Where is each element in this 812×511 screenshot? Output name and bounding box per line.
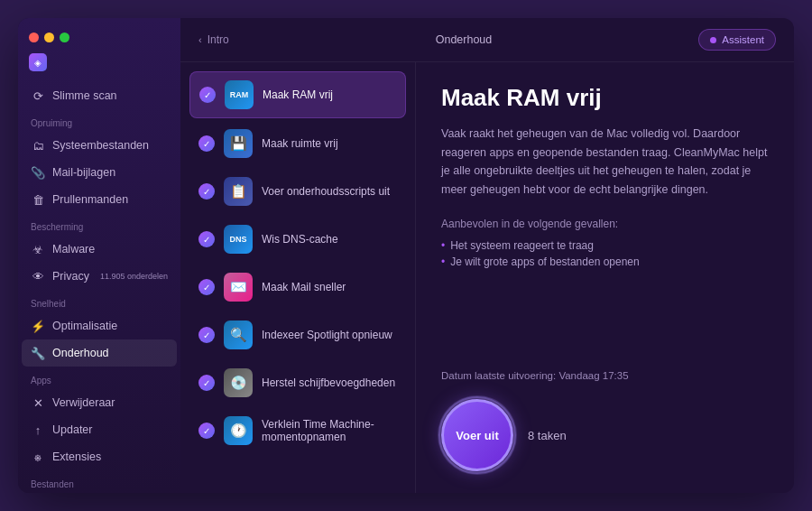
tasks-count-label: 8 taken [528, 429, 567, 442]
sidebar-item-label: Verwijderaar [52, 396, 115, 409]
task-icon-dns: DNS [224, 225, 253, 254]
minimize-btn[interactable] [44, 33, 54, 42]
chevron-left-icon: ‹ [198, 34, 202, 45]
execute-btn-label: Voer uit [456, 429, 498, 442]
task-label: Maak Mail sneller [262, 281, 346, 293]
content-area: ✓ RAM Maak RAM vrij ✓ 💾 Maak ruimte vrij… [180, 62, 794, 493]
systeembestanden-icon: 🗂 [31, 138, 45, 153]
sidebar-item-label: Systeembestanden [52, 139, 149, 152]
app-window: ◈ ⟳ Slimme scan Opruiming 🗂 Systeembesta… [18, 18, 794, 493]
sidebar-section-bestanden: Bestanden [18, 470, 180, 493]
task-check-icon: ✓ [199, 87, 216, 103]
breadcrumb: ‹ Intro [198, 33, 229, 46]
task-icon-script: 📋 [224, 177, 253, 206]
task-item-space[interactable]: ✓ 💾 Maak ruimte vrij [189, 121, 406, 166]
sidebar-item-optimalisatie[interactable]: ⚡ Optimalisatie [18, 312, 180, 339]
detail-description: Vaak raakt het geheugen van de Mac volle… [441, 125, 769, 200]
task-label: Voer onderhoudsscripts uit [262, 185, 390, 198]
sidebar-item-malware[interactable]: ☣ Malware [18, 236, 180, 263]
detail-title: Maak RAM vrij [441, 84, 769, 112]
current-tab-title: Onderhoud [436, 33, 493, 46]
sidebar-item-mail-bijlagen[interactable]: 📎 Mail-bijlagen [18, 159, 180, 186]
task-check-icon: ✓ [198, 279, 215, 295]
sidebar-item-label: Onderhoud [52, 347, 109, 359]
sidebar-item-prullenmanden[interactable]: 🗑 Prullenmanden [18, 186, 180, 213]
privacy-icon: 👁 [31, 269, 45, 283]
sidebar-item-label: Updater [52, 423, 92, 436]
task-item-ram[interactable]: ✓ RAM Maak RAM vrij [189, 71, 406, 118]
sidebar-item-label: Privacy [52, 270, 89, 283]
app-logo: ◈ [18, 53, 180, 82]
assistant-button[interactable]: Assistent [698, 29, 776, 51]
main-area: ‹ Intro Onderhoud Assistent ✓ RAM Maak R… [180, 18, 794, 493]
bottom-bar: Datum laatste uitvoering: Vandaag 17:35 … [441, 370, 769, 471]
task-icon-space: 💾 [224, 129, 253, 158]
task-icon-disk: 💿 [224, 368, 253, 397]
task-icon-ram: RAM [225, 80, 254, 109]
sidebar-item-onderhoud[interactable]: 🔧 Onderhoud [22, 339, 177, 367]
execute-area: Voer uit 8 taken [441, 399, 769, 471]
task-check-icon: ✓ [198, 375, 215, 391]
task-item-mail[interactable]: ✓ ✉️ Maak Mail sneller [189, 265, 406, 310]
bullet-item-2: Je wilt grote apps of bestanden openen [441, 254, 769, 270]
task-item-disk[interactable]: ✓ 💿 Herstel schijfbevoegdheden [189, 360, 406, 405]
extensies-icon: ⎈ [31, 450, 45, 464]
task-item-script[interactable]: ✓ 📋 Voer onderhoudsscripts uit [189, 169, 406, 214]
mail-bijlagen-icon: 📎 [31, 165, 45, 180]
prullenmanden-icon: 🗑 [31, 192, 45, 207]
sidebar-item-privacy[interactable]: 👁 Privacy 11.905 onderdelen [18, 263, 180, 290]
breadcrumb-back[interactable]: Intro [208, 33, 229, 46]
logo-icon: ◈ [29, 53, 47, 71]
task-label: Indexeer Spotlight opnieuw [262, 329, 392, 341]
bullet-text-1: Het systeem reageert te traag [450, 239, 594, 252]
task-item-spotlight[interactable]: ✓ 🔍 Indexeer Spotlight opnieuw [189, 312, 406, 358]
task-check-icon: ✓ [198, 183, 215, 200]
task-item-dns[interactable]: ✓ DNS Wis DNS-cache [189, 217, 406, 262]
bullet-item-1: Het systeem reageert te traag [441, 237, 769, 254]
execute-button[interactable]: Voer uit [441, 399, 513, 471]
fullscreen-btn[interactable] [60, 33, 69, 42]
sidebar-item-label: Optimalisatie [52, 320, 117, 332]
assistant-dot-icon [710, 37, 716, 43]
sidebar-section-apps: Apps [18, 367, 180, 389]
task-label: Maak RAM vrij [263, 88, 333, 101]
assistant-label: Assistent [722, 34, 764, 45]
privacy-badge: 11.905 onderdelen [100, 272, 168, 281]
sidebar-item-updater[interactable]: ↑ Updater [18, 416, 180, 443]
task-label: Wis DNS-cache [262, 233, 338, 246]
sidebar-section-snelheid: Snelheid [18, 290, 180, 312]
close-btn[interactable] [29, 33, 39, 42]
sidebar-section-bescherming: Bescherming [18, 213, 180, 236]
sidebar-section-opruiming: Opruiming [18, 109, 180, 132]
task-check-icon: ✓ [198, 231, 215, 247]
sidebar-item-label: Slimme scan [52, 89, 117, 102]
detail-panel: Maak RAM vrij Vaak raakt het geheugen va… [415, 62, 794, 493]
detail-recommended-label: Aanbevolen in de volgende gevallen: [441, 218, 769, 230]
task-check-icon: ✓ [198, 327, 215, 343]
sidebar-item-label: Malware [52, 243, 95, 256]
sidebar-item-systeembestanden[interactable]: 🗂 Systeembestanden [18, 132, 180, 159]
sidebar: ◈ ⟳ Slimme scan Opruiming 🗂 Systeembesta… [18, 18, 180, 493]
task-icon-spotlight: 🔍 [224, 321, 253, 349]
verwijderaar-icon: ✕ [31, 395, 45, 410]
updater-icon: ↑ [31, 423, 45, 437]
sidebar-item-label: Extensies [52, 451, 101, 463]
sidebar-item-verwijderaar[interactable]: ✕ Verwijderaar [18, 389, 180, 416]
task-icon-mail: ✉️ [224, 273, 253, 302]
bullet-text-2: Je wilt grote apps of bestanden openen [450, 256, 639, 268]
task-item-timemachine[interactable]: ✓ 🕐 Verklein Time Machine-momentopnamen [189, 408, 406, 453]
window-controls [18, 29, 180, 53]
sidebar-item-label: Mail-bijlagen [52, 166, 115, 179]
task-check-icon: ✓ [198, 423, 215, 439]
scan-icon: ⟳ [31, 88, 45, 103]
task-label: Verklein Time Machine-momentopnamen [262, 418, 397, 443]
sidebar-item-slimme-scan[interactable]: ⟳ Slimme scan [18, 82, 180, 109]
malware-icon: ☣ [31, 242, 45, 256]
optimalisatie-icon: ⚡ [31, 319, 45, 333]
sidebar-item-extensies[interactable]: ⎈ Extensies [18, 443, 180, 470]
task-icon-timemachine: 🕐 [224, 416, 253, 445]
task-list: ✓ RAM Maak RAM vrij ✓ 💾 Maak ruimte vrij… [180, 62, 415, 493]
sidebar-item-label: Prullenmanden [52, 193, 128, 206]
top-bar: ‹ Intro Onderhoud Assistent [180, 18, 794, 62]
detail-bullets: Het systeem reageert te traag Je wilt gr… [441, 237, 769, 270]
